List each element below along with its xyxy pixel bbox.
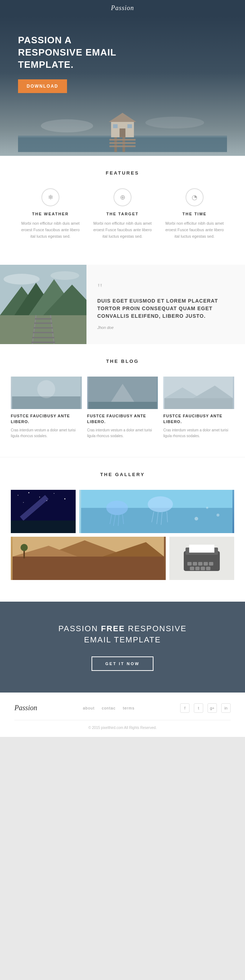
blog-item-1: FUSTCE FAUCIBUSY ANTE LIBERO. Cras inter… [11, 377, 82, 439]
header-logo: Passion [111, 4, 134, 11]
quote-section: " DUIS EGET EUISMOD ET LOREM PLACERAT TO… [0, 265, 245, 344]
svg-marker-8 [109, 113, 136, 122]
gallery-section: THE GALLERY [0, 457, 245, 601]
quote-image [0, 265, 87, 344]
svg-point-62 [194, 517, 198, 520]
blog-thumb-1 [11, 377, 82, 409]
blog-desc-3: Cras interdum vestum a dolor amet turisi… [163, 428, 234, 439]
svg-point-52 [106, 501, 128, 515]
cta-button[interactable]: GET IT NOW [92, 657, 153, 671]
blog-section: THE BLOG FUSTCE FAUCIBUSY ANTE LIBERO. C… [0, 344, 245, 457]
svg-point-46 [23, 502, 24, 503]
svg-rect-76 [189, 545, 214, 552]
quote-mark: " [97, 283, 234, 294]
footer-logo: Passion [14, 704, 37, 712]
svg-rect-82 [190, 566, 194, 570]
blog-thumb-3 [163, 377, 234, 409]
feature-weather-name: THE WEATHER [20, 212, 81, 216]
svg-rect-70 [13, 557, 164, 580]
quote-text: DUIS EGET EUISMOD ET LOREM PLACERAT TORT… [97, 297, 234, 320]
svg-rect-37 [164, 398, 233, 409]
feature-target-desc: Morbi non efficitur nibh duis amet eroes… [92, 220, 153, 240]
footer-nav-contact[interactable]: contac [101, 706, 115, 710]
svg-rect-78 [193, 562, 197, 566]
gallery-stars [11, 490, 76, 533]
gallery-grid [11, 490, 234, 580]
svg-point-57 [148, 496, 173, 512]
blog-title-3: FUSTCE FAUCIBUSY ANTE LIBERO. [163, 414, 234, 425]
svg-rect-5 [109, 143, 136, 144]
social-linkedin[interactable]: in [221, 703, 231, 713]
svg-point-63 [206, 507, 208, 509]
blog-grid: FUSTCE FAUCIBUSY ANTE LIBERO. Cras inter… [11, 377, 234, 439]
gallery-desert [11, 537, 166, 580]
gallery-typewriter [169, 537, 234, 580]
quote-content: " DUIS EGET EUISMOD ET LOREM PLACERAT TO… [87, 265, 245, 344]
features-grid: ❄ THE WEATHER Morbi non efficitur nibh d… [14, 188, 231, 240]
svg-rect-31 [12, 396, 81, 409]
footer-copyright: © 2015 pixelthird.com All Rights Reserve… [14, 726, 231, 730]
feature-weather: ❄ THE WEATHER Morbi non efficitur nibh d… [14, 188, 87, 240]
blog-title: THE BLOG [11, 358, 234, 364]
svg-point-13 [145, 117, 204, 129]
footer-nav-about[interactable]: about [83, 706, 95, 710]
site-footer: Passion about contac terms f t g+ in © 2… [0, 692, 245, 737]
blog-item-2: FUSTCE FAUCIBUSY ANTE LIBERO. Cras inter… [87, 377, 158, 439]
features-title: FEATURES [14, 170, 231, 176]
svg-point-29 [51, 271, 79, 280]
quote-author: Jhon doe [97, 325, 234, 330]
time-icon: ◔ [185, 188, 204, 206]
svg-rect-11 [128, 124, 132, 129]
svg-point-42 [28, 492, 30, 493]
hero-section: PASSION A RESPONSIVE EMAIL TEMPLATE. DOW… [0, 16, 245, 156]
cta-title-bold: FREE [101, 624, 125, 633]
blog-desc-1: Cras interdum vestum a dolor amet turisi… [11, 428, 82, 439]
social-gplus[interactable]: g+ [207, 703, 217, 713]
svg-point-41 [17, 495, 18, 496]
feature-target-name: THE TARGET [92, 212, 153, 216]
svg-point-64 [217, 514, 220, 517]
gallery-jellyfish [79, 490, 234, 533]
svg-point-43 [39, 497, 40, 497]
svg-rect-6 [109, 146, 136, 148]
feature-time-name: THE TIME [164, 212, 225, 216]
site-header: Passion [0, 0, 245, 16]
svg-point-45 [65, 498, 66, 499]
footer-top: Passion about contac terms f t g+ in [14, 703, 231, 720]
social-twitter[interactable]: t [194, 703, 203, 713]
svg-rect-35 [88, 402, 157, 409]
svg-rect-81 [209, 562, 213, 566]
blog-title-2: FUSTCE FAUCIBUSY ANTE LIBERO. [87, 414, 158, 425]
hero-title: PASSION A RESPONSIVE EMAIL TEMPLATE. [18, 34, 119, 71]
svg-rect-80 [204, 562, 208, 566]
gallery-title: THE GALLERY [11, 472, 234, 477]
target-icon: ⊕ [114, 188, 131, 206]
footer-nav-terms[interactable]: terms [123, 706, 135, 710]
download-button[interactable]: DOWNLOAD [18, 80, 67, 93]
svg-rect-84 [201, 566, 205, 570]
svg-rect-9 [120, 129, 125, 137]
weather-icon: ❄ [41, 188, 60, 206]
svg-point-12 [41, 119, 93, 132]
svg-point-72 [21, 544, 28, 551]
blog-title-1: FUSTCE FAUCIBUSY ANTE LIBERO. [11, 414, 82, 425]
svg-rect-77 [187, 562, 192, 566]
features-section: FEATURES ❄ THE WEATHER Morbi non efficit… [0, 156, 245, 265]
feature-time: ◔ THE TIME Morbi non efficitur nibh duis… [158, 188, 231, 240]
svg-rect-83 [195, 566, 199, 570]
cta-title-part1: PASSION [58, 624, 101, 633]
svg-rect-10 [113, 124, 118, 129]
cta-section: PASSION FREE RESPONSIVEEMAIL TEMPLATE GE… [0, 601, 245, 692]
svg-rect-85 [206, 566, 210, 570]
hero-scene [18, 104, 227, 154]
svg-point-32 [37, 380, 55, 398]
blog-item-3: FUSTCE FAUCIBUSY ANTE LIBERO. Cras inter… [163, 377, 234, 439]
svg-rect-49 [11, 520, 76, 533]
social-facebook[interactable]: f [180, 703, 190, 713]
footer-social: f t g+ in [180, 703, 231, 713]
svg-point-28 [3, 274, 40, 285]
gallery-row-1 [11, 490, 234, 533]
footer-nav: about contac terms [83, 706, 134, 710]
cta-title: PASSION FREE RESPONSIVEEMAIL TEMPLATE [14, 623, 231, 646]
blog-thumb-2 [87, 377, 158, 409]
